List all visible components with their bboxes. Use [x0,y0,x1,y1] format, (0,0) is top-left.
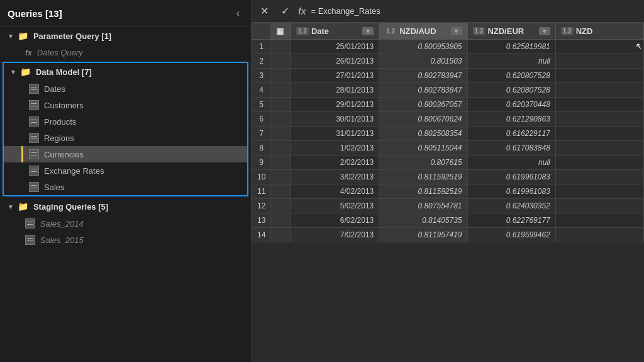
sales-2014-label: Sales_2014 [40,219,84,229]
table-icon-currencies [29,149,39,159]
row-nzd-aud-cell: 0.800953805 [379,40,467,54]
sidebar-item-sales-2014[interactable]: Sales_2014 [0,215,251,232]
row-num-cell: 3 [252,69,271,83]
main-content: ✕ ✓ fx = Exchange_Rates ▦ 1.2 Date [252,0,644,362]
group-data-model: ▼ 📁 Data Model [7] Dates Customers Produ… [3,62,248,196]
row-icon-cell [271,40,291,54]
row-date-cell: 31/01/2013 [291,127,379,141]
table-grid-icon: ▦ [276,26,284,36]
row-icon-cell [271,112,291,127]
row-nzd-eur-cell: null [467,156,555,170]
row-icon-cell [271,184,291,199]
cursor-arrow-icon: ↖ [635,41,642,51]
row-date-cell: 25/01/2013 [291,40,379,54]
row-nzd-eur-cell: 0.619961083 [467,184,555,199]
sales-2015-label: Sales_2015 [40,235,84,245]
row-nzd-aud-cell: 0.805115044 [379,141,467,156]
row-nzd-aud-cell: 0.802783847 [379,83,467,98]
row-nzd-extra-cell [555,141,643,156]
sidebar-item-sales-2015[interactable]: Sales_2015 [0,232,251,248]
row-nzd-eur-cell: 0.619961083 [467,170,555,184]
triangle-icon-dm: ▼ [10,69,16,76]
sidebar-item-regions[interactable]: Regions [4,130,247,146]
row-date-cell: 2/02/2013 [291,156,379,170]
row-icon-cell [271,127,291,141]
table-row: 529/01/20130.8003670570.620370448 [252,98,644,112]
row-date-cell: 1/02/2013 [291,141,379,156]
regions-label: Regions [44,133,74,143]
nzd-aud-col-dropdown[interactable]: ▼ [451,27,462,35]
sidebar-item-dates[interactable]: Dates [4,81,247,97]
row-icon-cell [271,69,291,83]
table-icon-dates [29,84,39,94]
row-icon-cell [271,228,291,242]
row-nzd-extra-cell [555,170,643,184]
row-nzd-eur-cell: 0.616229117 [467,127,555,141]
row-icon-cell [271,83,291,98]
nzd-eur-col-dropdown[interactable]: ▼ [539,27,550,35]
dates-label: Dates [44,84,65,94]
formula-input[interactable]: = Exchange_Rates [311,6,639,16]
data-table: ▦ 1.2 Date ▼ [252,23,644,242]
date-col-dropdown[interactable]: ▼ [362,27,374,35]
triangle-icon: ▼ [8,33,14,40]
row-nzd-eur-cell: null [467,54,555,69]
cancel-button[interactable]: ✕ [257,4,272,18]
nzd-extra-type-badge: 1.2 [561,27,574,35]
col-header-date[interactable]: 1.2 Date ▼ [291,23,379,40]
products-label: Products [44,117,76,127]
row-num-cell: 12 [252,199,271,213]
row-num-cell: 4 [252,83,271,98]
row-date-cell: 26/01/2013 [291,54,379,69]
folder-icon-dm: 📁 [20,67,31,77]
confirm-button[interactable]: ✓ [277,4,293,18]
group-data-model-header[interactable]: ▼ 📁 Data Model [7] [4,63,247,81]
row-nzd-eur-cell: 0.624030352 [467,199,555,213]
sidebar-item-dates-query[interactable]: fx Dates Query [0,45,251,60]
row-nzd-aud-cell: 0.811957419 [379,228,467,242]
table-row: 125/01/20130.8009538050.625819981↖ [252,40,644,54]
group-data-model-label: Data Model [7] [36,67,92,77]
row-num-cell: 13 [252,213,271,228]
row-nzd-aud-cell: 0.811592519 [379,184,467,199]
sidebar-header: Queries [13] ‹ [0,0,251,27]
sidebar-tree: ▼ 📁 Parameter Query [1] fx Dates Query ▼… [0,27,251,362]
row-icon-cell [271,213,291,228]
row-date-cell: 5/02/2013 [291,199,379,213]
group-staging-queries-header[interactable]: ▼ 📁 Staging Queries [5] [0,198,251,215]
table-row: 226/01/20130.801503null [252,54,644,69]
row-date-cell: 3/02/2013 [291,170,379,184]
exchange-rates-label: Exchange Rates [44,166,104,176]
row-nzd-eur-cell: 0.620807528 [467,83,555,98]
row-nzd-extra-cell: ↖ [555,40,643,54]
group-parameter-query-header[interactable]: ▼ 📁 Parameter Query [1] [0,27,251,45]
group-staging-queries: ▼ 📁 Staging Queries [5] Sales_2014 Sales… [0,198,251,248]
sidebar-item-customers[interactable]: Customers [4,97,247,113]
sidebar-item-currencies[interactable]: Currencies [4,146,247,162]
col-header-nzd-extra[interactable]: 1.2 NZD [555,23,643,40]
nzd-aud-col-label: NZD/AUD [399,26,436,36]
sidebar-item-sales[interactable]: Sales [4,179,247,195]
fx-icon: fx [25,48,32,57]
col-header-nzd-eur[interactable]: 1.2 NZD/EUR ▼ [467,23,555,40]
sidebar-item-exchange-rates[interactable]: Exchange Rates [4,162,247,179]
formula-bar: ✕ ✓ fx = Exchange_Rates [252,0,644,23]
nzd-eur-col-label: NZD/EUR [487,26,524,36]
table-header-row: ▦ 1.2 Date ▼ [252,23,644,40]
col-header-nzd-aud[interactable]: 1.2 NZD/AUD ▼ [379,23,467,40]
row-date-cell: 7/02/2013 [291,228,379,242]
row-nzd-eur-cell: 0.620807528 [467,69,555,83]
collapse-button[interactable]: ‹ [233,6,243,20]
table-icon-sales-2015 [25,235,35,245]
row-nzd-eur-cell: 0.620370448 [467,98,555,112]
row-icon-cell [271,98,291,112]
row-num-cell: 2 [252,54,271,69]
data-table-container: ▦ 1.2 Date ▼ [252,23,644,362]
table-row: 428/01/20130.8027838470.620807528 [252,83,644,98]
row-num-cell: 6 [252,112,271,127]
row-nzd-extra-cell [555,184,643,199]
row-nzd-extra-cell [555,156,643,170]
sidebar-title: Queries [13] [8,8,62,19]
sidebar-item-products[interactable]: Products [4,113,247,130]
row-num-cell: 11 [252,184,271,199]
